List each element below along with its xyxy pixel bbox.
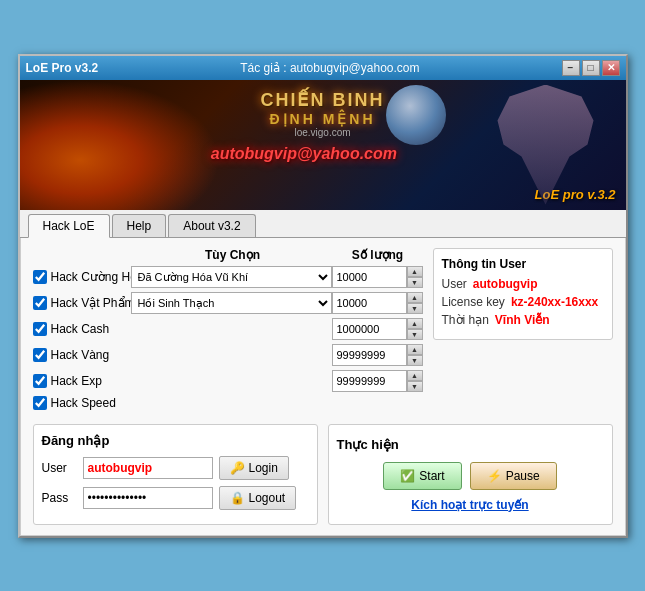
hack-vat-pham-select[interactable]: Hồi Sinh Thạch: [131, 292, 332, 314]
user-info-license-row: License key kz-240xx-16xxx: [442, 295, 604, 309]
login-pass-row: Pass 🔒 Logout: [42, 486, 309, 510]
banner-title-block: CHIẾN BINH ĐỊNH MỆNH loe.vigo.com: [261, 90, 385, 139]
hack-vang-qty-wrapper: ▲ ▼: [332, 344, 423, 366]
table-row: Hack Cash ▲ ▼: [33, 318, 423, 340]
login-user-label: User: [42, 461, 77, 475]
hack-vat-pham-qty[interactable]: [332, 292, 407, 314]
spin-up[interactable]: ▲: [407, 292, 423, 303]
spin-vang: ▲ ▼: [407, 344, 423, 366]
banner-fire-effect: [20, 80, 220, 210]
titlebar-author: Tác giả : autobugvip@yahoo.com: [98, 61, 561, 75]
spin-cuong-hoa: ▲ ▼: [407, 266, 423, 288]
execute-buttons: ✅ Start ⚡ Pause: [383, 462, 556, 490]
main-window: LoE Pro v3.2 Tác giả : autobugvip@yahoo.…: [18, 54, 628, 538]
login-user-row: User 🔑 Login: [42, 456, 309, 480]
hack-vang-qty[interactable]: [332, 344, 407, 366]
table-header: Tùy Chọn Số lượng: [33, 248, 423, 266]
hack-cuong-hoa-qty[interactable]: [332, 266, 407, 288]
activate-link[interactable]: Kích hoạt trực tuyến: [411, 498, 528, 512]
user-info-expiry-row: Thời hạn Vĩnh Viễn: [442, 313, 604, 327]
tab-content: Tùy Chọn Số lượng Hack Cường Hóa Đã Cườn…: [20, 238, 626, 536]
user-info-user-row: User autobugvip: [442, 277, 604, 291]
login-pass-input[interactable]: [83, 487, 213, 509]
login-user-input[interactable]: [83, 457, 213, 479]
tab-bar: Hack LoE Help About v3.2: [20, 210, 626, 238]
expiry-value: Vĩnh Viễn: [495, 313, 550, 327]
hack-speed-checkbox[interactable]: [33, 396, 47, 410]
banner: CHIẾN BINH ĐỊNH MỆNH loe.vigo.com autobu…: [20, 80, 626, 210]
banner-game-url: loe.vigo.com: [261, 127, 385, 138]
right-panel: Thông tin User User autobugvip License k…: [433, 248, 613, 414]
pause-icon: ⚡: [487, 469, 502, 483]
login-title: Đăng nhập: [42, 433, 309, 448]
bottom-section: Đăng nhập User 🔑 Login Pass 🔒 Logout: [33, 424, 613, 525]
tab-help[interactable]: Help: [112, 214, 167, 237]
table-row: Hack Exp ▲ ▼: [33, 370, 423, 392]
tab-hack-loe[interactable]: Hack LoE: [28, 214, 110, 238]
login-button[interactable]: 🔑 Login: [219, 456, 289, 480]
expiry-label: Thời hạn: [442, 313, 489, 327]
titlebar: LoE Pro v3.2 Tác giả : autobugvip@yahoo.…: [20, 56, 626, 80]
spin-up[interactable]: ▲: [407, 266, 423, 277]
license-value: kz-240xx-16xxx: [511, 295, 598, 309]
window-title: LoE Pro v3.2: [26, 61, 99, 75]
table-row: Hack Vật Phẩm Hồi Sinh Thạch ▲ ▼: [33, 292, 423, 314]
banner-game-title: CHIẾN BINH: [261, 90, 385, 112]
col-label-spacer: [33, 248, 133, 262]
hack-vang-checkbox[interactable]: [33, 348, 47, 362]
col-option-header: Tùy Chọn: [133, 248, 333, 262]
spin-down[interactable]: ▼: [407, 277, 423, 288]
spin-down[interactable]: ▼: [407, 355, 423, 366]
spin-down[interactable]: ▼: [407, 303, 423, 314]
table-row: Hack Vàng ▲ ▼: [33, 344, 423, 366]
banner-game-subtitle: ĐỊNH MỆNH: [261, 111, 385, 127]
close-button[interactable]: ✕: [602, 60, 620, 76]
spin-down[interactable]: ▼: [407, 381, 423, 392]
user-info-title: Thông tin User: [442, 257, 604, 271]
spin-vat-pham: ▲ ▼: [407, 292, 423, 314]
hack-speed-label: Hack Speed: [51, 396, 131, 410]
left-panel: Tùy Chọn Số lượng Hack Cường Hóa Đã Cườn…: [33, 248, 423, 414]
pause-button[interactable]: ⚡ Pause: [470, 462, 557, 490]
logout-button[interactable]: 🔒 Logout: [219, 486, 297, 510]
table-row: Hack Cường Hóa Đã Cường Hóa Vũ Khí ▲ ▼: [33, 266, 423, 288]
hack-cuong-hoa-label: Hack Cường Hóa: [51, 270, 131, 284]
login-section: Đăng nhập User 🔑 Login Pass 🔒 Logout: [33, 424, 318, 525]
spin-up[interactable]: ▲: [407, 318, 423, 329]
hack-cuong-hoa-checkbox[interactable]: [33, 270, 47, 284]
login-icon: 🔑: [230, 461, 245, 475]
user-info-box: Thông tin User User autobugvip License k…: [433, 248, 613, 340]
hack-cuong-hoa-qty-wrapper: ▲ ▼: [332, 266, 423, 288]
hack-cuong-hoa-select[interactable]: Đã Cường Hóa Vũ Khí: [131, 266, 332, 288]
spin-up[interactable]: ▲: [407, 370, 423, 381]
hack-cash-qty-wrapper: ▲ ▼: [332, 318, 423, 340]
execute-title: Thực hiện: [337, 437, 399, 452]
hack-exp-checkbox[interactable]: [33, 374, 47, 388]
titlebar-buttons: − □ ✕: [562, 60, 620, 76]
hack-cash-qty[interactable]: [332, 318, 407, 340]
user-label: User: [442, 277, 467, 291]
hack-cash-checkbox[interactable]: [33, 322, 47, 336]
hack-vat-pham-label: Hack Vật Phẩm: [51, 296, 131, 310]
hack-vat-pham-checkbox[interactable]: [33, 296, 47, 310]
spin-exp: ▲ ▼: [407, 370, 423, 392]
hack-exp-label: Hack Exp: [51, 374, 131, 388]
hack-exp-qty[interactable]: [332, 370, 407, 392]
hack-cash-label: Hack Cash: [51, 322, 131, 336]
license-label: License key: [442, 295, 505, 309]
spin-cash: ▲ ▼: [407, 318, 423, 340]
main-grid: Tùy Chọn Số lượng Hack Cường Hóa Đã Cườn…: [33, 248, 613, 414]
spin-up[interactable]: ▲: [407, 344, 423, 355]
start-icon: ✅: [400, 469, 415, 483]
hack-vat-pham-qty-wrapper: ▲ ▼: [332, 292, 423, 314]
hack-vang-label: Hack Vàng: [51, 348, 131, 362]
hack-exp-qty-wrapper: ▲ ▼: [332, 370, 423, 392]
col-qty-header: Số lượng: [333, 248, 423, 262]
banner-email: autobugvip@yahoo.com: [211, 145, 397, 163]
maximize-button[interactable]: □: [582, 60, 600, 76]
spin-down[interactable]: ▼: [407, 329, 423, 340]
execute-section: Thực hiện ✅ Start ⚡ Pause Kích hoạt trực…: [328, 424, 613, 525]
minimize-button[interactable]: −: [562, 60, 580, 76]
tab-about[interactable]: About v3.2: [168, 214, 255, 237]
start-button[interactable]: ✅ Start: [383, 462, 461, 490]
